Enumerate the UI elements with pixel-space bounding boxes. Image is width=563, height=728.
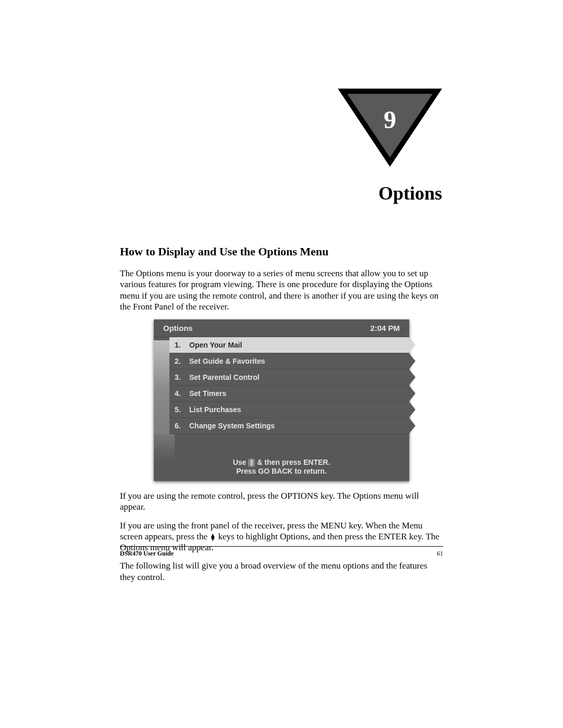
screenshot-item-label: Open Your Mail — [189, 341, 242, 349]
screenshot-item-number: 5. — [169, 405, 189, 414]
screenshot-footer-text: & then press ENTER. — [257, 458, 330, 467]
screenshot-footer-text: Press GO BACK to return. — [236, 467, 326, 476]
options-menu-screenshot: Options 2:04 PM 1. Open Your Mail 2. Set… — [154, 319, 409, 481]
screenshot-header-time: 2:04 PM — [370, 324, 400, 332]
intro-paragraph: The Options menu is your doorway to a se… — [120, 268, 443, 312]
screenshot-footer: Use ▲▼ & then press ENTER. Press GO BACK… — [154, 434, 409, 481]
screenshot-item-parental-control[interactable]: 3. Set Parental Control — [169, 369, 409, 386]
footer-guide-name: DSR470 User Guide — [120, 550, 174, 558]
screenshot-item-number: 2. — [169, 357, 189, 365]
screenshot-item-label: Set Timers — [189, 389, 226, 398]
screenshot-footer-line2: Press GO BACK to return. — [236, 467, 326, 476]
page: 9 Options How to Display and Use the Opt… — [0, 0, 563, 728]
screenshot-menu-items: 1. Open Your Mail 2. Set Guide & Favorit… — [169, 337, 409, 434]
updown-arrows-icon: ▲▼ — [248, 459, 255, 467]
chapter-title: Options — [378, 182, 442, 204]
screenshot-item-guide-favorites[interactable]: 2. Set Guide & Favorites — [169, 353, 409, 369]
chapter-badge: 9 — [338, 89, 442, 193]
screenshot-footer-line1: Use ▲▼ & then press ENTER. — [233, 458, 331, 467]
screenshot-header: Options 2:04 PM — [154, 319, 409, 337]
content-block: How to Display and Use the Options Menu … — [120, 245, 443, 590]
screenshot-item-set-timers[interactable]: 4. Set Timers — [169, 386, 409, 402]
screenshot-item-label: Set Guide & Favorites — [189, 357, 265, 365]
screenshot-item-number: 3. — [169, 373, 189, 381]
section-heading: How to Display and Use the Options Menu — [120, 245, 443, 258]
screenshot-item-label: Change System Settings — [189, 422, 275, 430]
screenshot-item-number: 1. — [169, 341, 189, 349]
screenshot-item-open-mail[interactable]: 1. Open Your Mail — [169, 337, 409, 353]
page-footer: DSR470 User Guide 61 — [120, 546, 443, 558]
screenshot-item-label: Set Parental Control — [189, 373, 260, 381]
screenshot-item-label: List Purchases — [189, 405, 241, 414]
screenshot-header-title: Options — [163, 324, 193, 332]
overview-paragraph: The following list will give you a broad… — [120, 560, 443, 583]
updown-arrows-icon: ▲▼ — [210, 534, 216, 541]
footer-page-number: 61 — [437, 550, 443, 558]
remote-paragraph: If you are using the remote control, pre… — [120, 490, 443, 513]
screenshot-item-number: 4. — [169, 389, 189, 398]
screenshot-item-number: 6. — [169, 422, 189, 430]
screenshot-footer-text: Use — [233, 458, 247, 467]
screenshot-item-list-purchases[interactable]: 5. List Purchases — [169, 402, 409, 418]
chapter-number: 9 — [338, 105, 442, 134]
screenshot-item-system-settings[interactable]: 6. Change System Settings — [169, 418, 409, 434]
